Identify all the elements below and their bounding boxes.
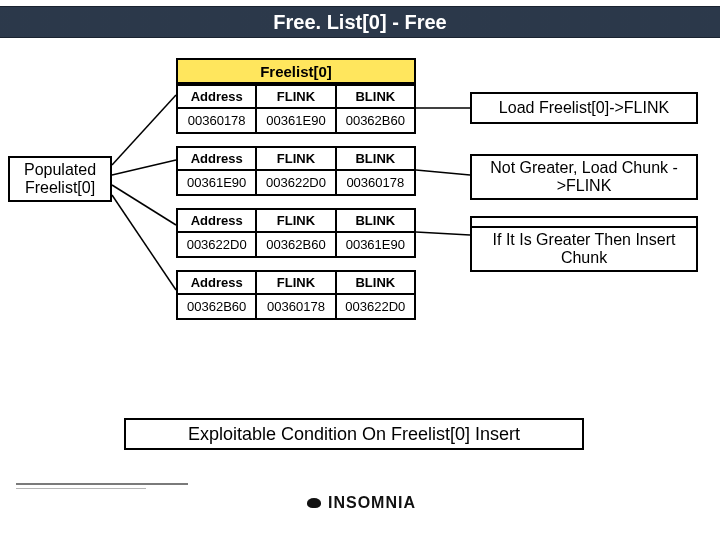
col-blink: BLINK <box>337 210 414 233</box>
footer-rule <box>16 483 188 485</box>
col-address: Address <box>178 272 257 295</box>
populated-label: Populated Freelist[0] <box>8 156 112 202</box>
freelist-header: Freelist[0] <box>176 58 416 84</box>
svg-line-2 <box>112 185 176 225</box>
col-blink: BLINK <box>337 148 414 171</box>
col-flink: FLINK <box>257 86 336 109</box>
cell-flink: 00360178 <box>257 295 336 318</box>
step-box-3: If It Is Greater Then Insert Chunk <box>470 226 698 272</box>
col-flink: FLINK <box>257 148 336 171</box>
col-address: Address <box>178 86 257 109</box>
chunk-table-0: Address FLINK BLINK 00360178 00361E90 00… <box>176 84 416 134</box>
col-blink: BLINK <box>337 272 414 295</box>
cell-address: 00360178 <box>178 109 257 132</box>
step-box-1: Load Freelist[0]->FLINK <box>470 92 698 124</box>
cell-address: 00361E90 <box>178 171 257 194</box>
svg-line-1 <box>112 160 176 175</box>
cell-blink: 003622D0 <box>337 295 414 318</box>
footer-logo: INSOMNIA <box>0 494 720 512</box>
chunk-table-2: Address FLINK BLINK 003622D0 00362B60 00… <box>176 208 416 258</box>
cell-address: 003622D0 <box>178 233 257 256</box>
cell-blink: 00362B60 <box>337 109 414 132</box>
slide-title: Free. List[0] - Free <box>0 6 720 38</box>
step-box-2: Not Greater, Load Chunk ->FLINK <box>470 154 698 200</box>
footer-rule-thin <box>16 488 146 489</box>
bug-icon <box>304 496 324 510</box>
footer-text: INSOMNIA <box>328 494 416 511</box>
col-address: Address <box>178 148 257 171</box>
cell-flink: 003622D0 <box>257 171 336 194</box>
svg-line-5 <box>416 170 470 175</box>
col-flink: FLINK <box>257 272 336 295</box>
chunk-table-1: Address FLINK BLINK 00361E90 003622D0 00… <box>176 146 416 196</box>
svg-line-6 <box>416 232 470 235</box>
cell-blink: 00360178 <box>337 171 414 194</box>
col-flink: FLINK <box>257 210 336 233</box>
svg-line-0 <box>112 95 176 165</box>
col-address: Address <box>178 210 257 233</box>
cell-blink: 00361E90 <box>337 233 414 256</box>
svg-line-3 <box>112 195 176 290</box>
col-blink: BLINK <box>337 86 414 109</box>
cell-flink: 00361E90 <box>257 109 336 132</box>
chunk-table-3: Address FLINK BLINK 00362B60 00360178 00… <box>176 270 416 320</box>
cell-address: 00362B60 <box>178 295 257 318</box>
cell-flink: 00362B60 <box>257 233 336 256</box>
bottom-highlight: Exploitable Condition On Freelist[0] Ins… <box>124 418 584 450</box>
